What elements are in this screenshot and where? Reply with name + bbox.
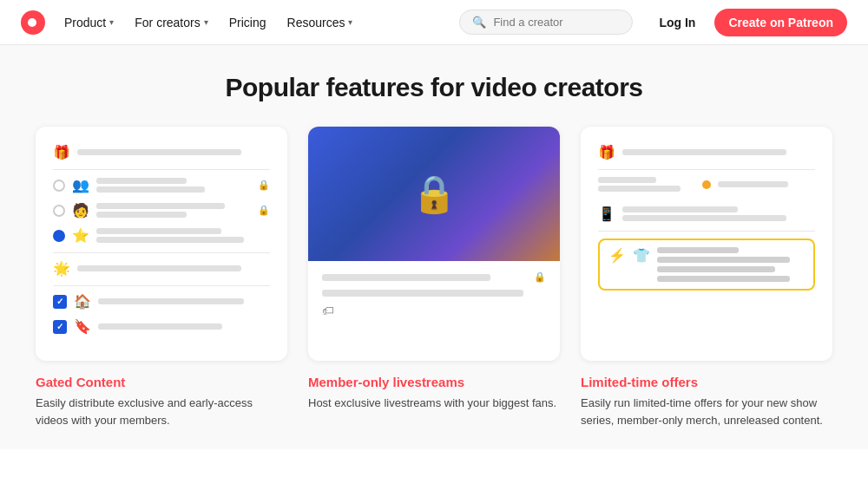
bolt-icon: ⚡ xyxy=(608,247,626,264)
nav-product[interactable]: Product ▾ xyxy=(56,10,122,35)
lock-icon-1: 🔒 xyxy=(258,180,270,191)
lock-small-icon: 🔒 xyxy=(534,271,546,283)
create-button[interactable]: Create on Patreon xyxy=(714,9,847,36)
lto-row-1: 🎁 xyxy=(598,144,815,160)
nav-creators-label: For creators xyxy=(135,16,200,29)
video-bar-row-1: 🔒 xyxy=(322,271,546,283)
star-icon: ⭐ xyxy=(72,227,89,244)
lto-bars-3 xyxy=(718,181,815,187)
people-icon: 👥 xyxy=(72,177,89,193)
lto-bars-2 xyxy=(598,177,695,192)
checkbox-2[interactable]: ✓ xyxy=(53,320,67,334)
feature-desc-limited: Easily run limited-time offers for your … xyxy=(581,395,832,428)
bars-5 xyxy=(98,298,270,304)
tier-row-3: ⭐ xyxy=(53,227,270,244)
bars-1 xyxy=(96,178,247,193)
highlighted-offer-row: ⚡ 👕 xyxy=(598,238,815,291)
bars-6 xyxy=(98,323,270,330)
search-bar[interactable]: 🔍 xyxy=(459,10,633,35)
tier-row-1: 👥 🔒 xyxy=(53,177,270,193)
bars-3 xyxy=(96,228,270,243)
nav-product-label: Product xyxy=(64,16,106,29)
login-button[interactable]: Log In xyxy=(647,10,707,36)
navbar: Product ▾ For creators ▾ Pricing Resourc… xyxy=(0,0,868,45)
nav-for-creators[interactable]: For creators ▾ xyxy=(126,10,216,35)
bookmark-icon: 🔖 xyxy=(74,318,91,335)
gift-icon-lto: 🎁 xyxy=(598,144,615,160)
video-thumbnail: 🔒 xyxy=(308,127,560,261)
chevron-down-icon: ▾ xyxy=(109,17,114,27)
video-bar-2 xyxy=(322,290,523,297)
tag-icon: 🏷 xyxy=(322,304,546,317)
lto-row-3: 📱 xyxy=(598,206,815,222)
tier-row-6: ✓ 🔖 xyxy=(53,318,270,335)
nav-resources-label: Resources xyxy=(287,16,345,29)
shirt-icon: 👕 xyxy=(633,247,650,264)
lock-icon-video: 🔒 xyxy=(411,173,457,215)
chevron-down-icon: ▾ xyxy=(348,17,352,27)
feature-title-livestreams: Member-only livestreams xyxy=(308,375,560,389)
lto-row-2 xyxy=(598,177,815,192)
person-icon: 🧑 xyxy=(72,202,89,219)
gift-icon: 🎁 xyxy=(53,144,70,160)
radio-button-2[interactable] xyxy=(53,205,65,217)
lock-icon-2: 🔒 xyxy=(258,205,270,216)
feature-title-limited: Limited-time offers xyxy=(581,375,832,389)
patreon-logo-icon xyxy=(21,10,45,35)
home-icon: 🏠 xyxy=(74,293,91,310)
bars-2 xyxy=(96,203,247,218)
hl-bars xyxy=(657,247,805,282)
feature-limited-offers: Limited-time offers Easily run limited-t… xyxy=(581,375,832,428)
page-title: Popular features for video creators xyxy=(35,73,833,102)
search-icon: 🔍 xyxy=(472,16,486,29)
tier-gift-row: 🎁 xyxy=(53,144,270,160)
chevron-down-icon: ▾ xyxy=(204,17,208,27)
radio-button-3-selected[interactable] xyxy=(53,230,65,242)
lto-bars-1 xyxy=(622,149,815,155)
livestreams-card: 🔒 🔒 🏷 xyxy=(308,127,560,361)
nav-resources[interactable]: Resources ▾ xyxy=(279,10,362,35)
feature-desc-livestreams: Host exclusive livestreams with your big… xyxy=(308,395,560,412)
logo[interactable] xyxy=(21,10,45,35)
feature-desc-gated: Easily distribute exclusive and early-ac… xyxy=(36,395,287,428)
search-input[interactable] xyxy=(493,16,615,29)
main-content: Popular features for video creators 🎁 👥 xyxy=(0,45,868,449)
bars-4 xyxy=(77,265,270,271)
video-bar-1 xyxy=(322,274,490,281)
tier-row-4: 🌟 xyxy=(53,260,270,277)
feature-gated-content: Gated Content Easily distribute exclusiv… xyxy=(36,375,287,428)
feature-livestreams: Member-only livestreams Host exclusive l… xyxy=(308,375,560,428)
stars-icon: 🌟 xyxy=(53,260,70,277)
lto-bars-4 xyxy=(622,206,815,221)
nav-pricing-label: Pricing xyxy=(229,16,266,29)
mobile-icon: 📱 xyxy=(598,206,615,222)
tier-row-2: 🧑 🔒 xyxy=(53,202,270,219)
checkbox-1[interactable]: ✓ xyxy=(53,295,67,309)
limited-offers-card: 🎁 📱 xyxy=(581,127,832,361)
tier-row-5: ✓ 🏠 xyxy=(53,293,270,310)
nav-pricing[interactable]: Pricing xyxy=(220,10,275,35)
video-form: 🔒 🏷 xyxy=(308,261,560,328)
nav-items: Product ▾ For creators ▾ Pricing Resourc… xyxy=(56,10,361,35)
placeholder-bars xyxy=(77,149,270,155)
cards-row: 🎁 👥 🔒 🧑 xyxy=(35,127,833,361)
feature-title-gated: Gated Content xyxy=(36,375,287,389)
orange-dot xyxy=(702,180,711,189)
radio-button-1[interactable] xyxy=(53,180,65,192)
gated-content-card: 🎁 👥 🔒 🧑 xyxy=(36,127,287,361)
features-row: Gated Content Easily distribute exclusiv… xyxy=(35,375,833,428)
